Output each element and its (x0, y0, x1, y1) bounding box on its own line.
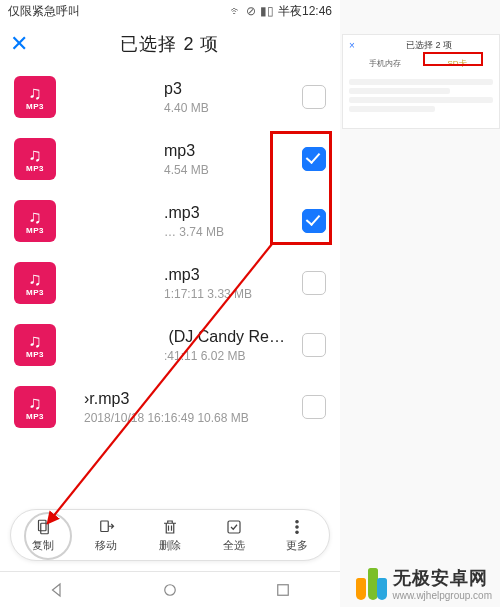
watermark-cn: 无极安卓网 (393, 566, 493, 590)
select-all-button[interactable]: 全选 (202, 510, 266, 560)
thumb-tab-phone: 手机内存 (349, 56, 421, 71)
svg-point-6 (296, 531, 298, 533)
copy-button[interactable]: 复制 (11, 510, 75, 560)
file-checkbox[interactable] (302, 209, 326, 233)
svg-rect-2 (101, 521, 109, 532)
wifi-icon: ᯤ (230, 4, 242, 18)
file-row[interactable]: ♫MP3‌ (DJ Candy Remix).m…:41:11 6.02 MB (0, 314, 340, 376)
delete-icon (161, 518, 179, 536)
file-checkbox[interactable] (302, 271, 326, 295)
file-name: p3 (164, 80, 294, 98)
move-icon (97, 518, 115, 536)
mp3-file-icon: ♫MP3 (14, 76, 56, 118)
svg-point-4 (296, 520, 298, 522)
file-row[interactable]: ♫MP3‌.mp3… 3.74 MB (0, 190, 340, 252)
svg-point-7 (165, 584, 176, 595)
file-name: mp3 (164, 142, 294, 160)
svg-rect-0 (38, 520, 46, 531)
more-button[interactable]: 更多 (265, 510, 329, 560)
mp3-file-icon: ♫MP3 (14, 200, 56, 242)
file-meta: 4.54 MB (164, 163, 294, 177)
android-navbar (0, 571, 340, 607)
file-row[interactable]: ♫MP3p34.40 MB (0, 66, 340, 128)
delete-label: 删除 (159, 538, 181, 553)
status-time: 半夜12:46 (278, 3, 332, 20)
page-title: 已选择 2 项 (40, 32, 300, 56)
thumb-annotation-highlight (423, 52, 483, 66)
file-meta: :41:11 6.02 MB (164, 349, 294, 363)
svg-point-5 (296, 525, 298, 527)
select-all-icon (225, 518, 243, 536)
svg-rect-3 (228, 521, 240, 533)
phone-frame: 仅限紧急呼叫 ᯤ ⊘ ▮▯ 半夜12:46 ✕ 已选择 2 项 ♫MP3p34.… (0, 0, 340, 607)
status-bar: 仅限紧急呼叫 ᯤ ⊘ ▮▯ 半夜12:46 (0, 0, 340, 22)
select-all-label: 全选 (223, 538, 245, 553)
thumbnail-preview: × 已选择 2 项 手机内存 SD卡 › (342, 34, 500, 129)
nav-recent-icon[interactable] (274, 581, 292, 599)
watermark-logo-icon (356, 568, 387, 600)
header-bar: ✕ 已选择 2 项 (0, 22, 340, 66)
file-list: ♫MP3p34.40 MB♫MP3mp34.54 MB♫MP3‌.mp3… 3.… (0, 66, 340, 438)
file-meta: 2018/10/18 16:16:49 10.68 MB (84, 411, 294, 425)
thumb-title: 已选择 2 项 (365, 39, 493, 52)
mp3-file-icon: ♫MP3 (14, 324, 56, 366)
file-checkbox[interactable] (302, 395, 326, 419)
file-row[interactable]: ♫MP3›r.mp32018/10/18 16:16:49 10.68 MB (0, 376, 340, 438)
file-name: ›r.mp3 (84, 390, 294, 408)
status-left-text: 仅限紧急呼叫 (8, 3, 80, 20)
file-checkbox[interactable] (302, 333, 326, 357)
move-button[interactable]: 移动 (75, 510, 139, 560)
move-label: 移动 (95, 538, 117, 553)
battery-icon: ▮▯ (260, 4, 274, 18)
mp3-file-icon: ♫MP3 (14, 262, 56, 304)
more-icon (288, 518, 306, 536)
file-row[interactable]: ♫MP3mp34.54 MB (0, 128, 340, 190)
file-meta: … 3.74 MB (164, 225, 294, 239)
file-checkbox[interactable] (302, 147, 326, 171)
svg-rect-1 (41, 523, 49, 534)
nav-home-icon[interactable] (161, 581, 179, 599)
file-row[interactable]: ♫MP3‌.mp31:17:11 3.33 MB (0, 252, 340, 314)
file-meta: 1:17:11 3.33 MB (164, 287, 294, 301)
mp3-file-icon: ♫MP3 (14, 138, 56, 180)
close-button[interactable]: ✕ (10, 31, 40, 57)
thumb-close-icon: × (349, 40, 355, 51)
copy-icon (34, 518, 52, 536)
watermark: 无极安卓网 www.wjhelpgroup.com (356, 566, 493, 601)
do-not-disturb-icon: ⊘ (246, 4, 256, 18)
file-name: ‌.mp3 (164, 266, 294, 284)
action-bar: 复制 移动 删除 全选 更多 (10, 509, 330, 561)
file-name: ‌.mp3 (164, 204, 294, 222)
file-name: ‌ (DJ Candy Remix).m… (164, 328, 294, 346)
nav-back-icon[interactable] (48, 581, 66, 599)
svg-rect-8 (278, 584, 289, 595)
file-checkbox[interactable] (302, 85, 326, 109)
more-label: 更多 (286, 538, 308, 553)
delete-button[interactable]: 删除 (138, 510, 202, 560)
mp3-file-icon: ♫MP3 (14, 386, 56, 428)
watermark-en: www.wjhelpgroup.com (393, 590, 493, 601)
copy-label: 复制 (32, 538, 54, 553)
file-meta: 4.40 MB (164, 101, 294, 115)
